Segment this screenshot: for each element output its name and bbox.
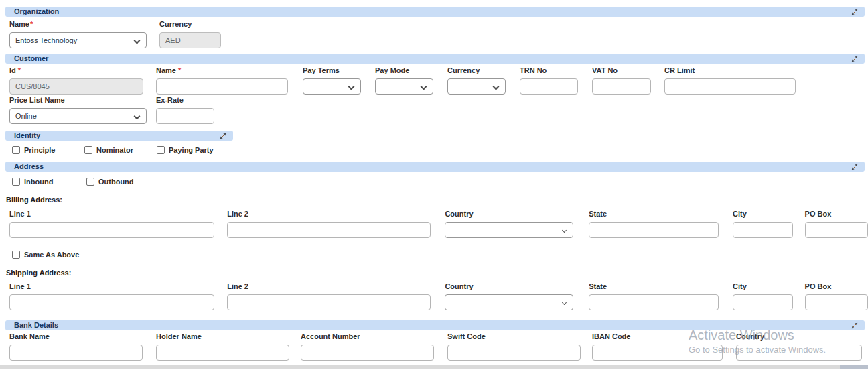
customer-fields-row-1: Id* Name* Pay Terms Pay Mode Currency xyxy=(0,66,868,95)
pay-mode-label: Pay Mode xyxy=(375,66,433,75)
price-list-selected-value: Online xyxy=(15,109,37,123)
shipping-city-input[interactable] xyxy=(733,294,792,310)
shipping-line1-label: Line 1 xyxy=(9,282,214,291)
paying-party-label: Paying Party xyxy=(169,146,214,154)
billing-line1-input[interactable] xyxy=(9,222,214,238)
vat-no-field: VAT No xyxy=(592,66,651,95)
customer-id-input xyxy=(9,78,143,95)
billing-line1-field: Line 1 xyxy=(9,210,214,238)
bank-details-row: Bank Name Holder Name Account Number Swi… xyxy=(0,332,868,361)
trn-no-field: TRN No xyxy=(520,66,578,95)
shipping-state-input[interactable] xyxy=(589,294,719,310)
chevron-down-icon xyxy=(493,84,500,90)
billing-country-select[interactable] xyxy=(445,222,573,238)
price-list-name-select[interactable]: Online xyxy=(9,108,147,124)
same-as-above-checkbox[interactable] xyxy=(12,251,20,259)
customer-name-label: Name* xyxy=(156,66,288,75)
shipping-state-label: State xyxy=(589,282,719,291)
organization-fields-row: Name* Entoss Technology Currency xyxy=(0,20,868,48)
trn-no-input[interactable] xyxy=(520,78,578,95)
shipping-line2-input[interactable] xyxy=(227,294,431,310)
price-list-name-field: Price List Name Online xyxy=(9,96,147,124)
bank-country-input[interactable] xyxy=(736,345,862,361)
shipping-state-field: State xyxy=(589,282,719,310)
shipping-pobox-field: PO Box xyxy=(805,282,868,310)
billing-country-field: Country xyxy=(445,210,573,238)
billing-address-row: Line 1 Line 2 Country State City PO Box xyxy=(0,210,868,238)
address-section-header: Address xyxy=(5,162,865,172)
account-number-input[interactable] xyxy=(301,345,434,361)
shipping-city-field: City xyxy=(733,282,792,310)
collapse-diagonal-icon xyxy=(851,9,858,15)
customer-name-input[interactable] xyxy=(156,78,288,95)
horizontal-scrollbar[interactable] xyxy=(0,365,868,369)
paying-party-checkbox[interactable] xyxy=(157,146,165,154)
scrollbar-corner xyxy=(840,365,868,369)
billing-state-input[interactable] xyxy=(589,222,719,238)
shipping-country-select[interactable] xyxy=(445,294,573,310)
bank-name-label: Bank Name xyxy=(9,332,143,341)
billing-pobox-field: PO Box xyxy=(805,210,868,238)
pay-terms-select[interactable] xyxy=(303,78,361,95)
pay-mode-select[interactable] xyxy=(375,78,433,95)
cr-limit-label: CR Limit xyxy=(664,66,796,75)
organization-name-field: Name* Entoss Technology xyxy=(9,20,147,48)
customer-section-title: Customer xyxy=(14,54,48,64)
required-marker: * xyxy=(18,66,21,74)
nominator-check-item: Nominator xyxy=(84,146,157,154)
bank-details-section-title: Bank Details xyxy=(14,320,58,330)
required-marker: * xyxy=(178,66,181,74)
holder-name-input[interactable] xyxy=(156,345,289,361)
billing-city-input[interactable] xyxy=(733,222,792,238)
account-number-field: Account Number xyxy=(301,332,434,361)
same-as-above-label: Same As Above xyxy=(24,251,79,259)
shipping-pobox-input[interactable] xyxy=(805,294,868,310)
collapse-diagonal-icon xyxy=(851,56,858,62)
organization-collapse-button[interactable] xyxy=(851,9,858,15)
identity-collapse-button[interactable] xyxy=(220,133,226,139)
collapse-diagonal-icon xyxy=(851,164,858,170)
ex-rate-field: Ex-Rate xyxy=(156,96,214,124)
holder-name-label: Holder Name xyxy=(156,332,289,341)
principle-label: Principle xyxy=(24,146,55,154)
outbound-checkbox[interactable] xyxy=(86,178,94,186)
billing-city-label: City xyxy=(733,210,792,219)
nominator-label: Nominator xyxy=(96,146,133,154)
principle-checkbox[interactable] xyxy=(12,146,20,154)
shipping-line1-input[interactable] xyxy=(9,294,214,310)
customer-currency-select[interactable] xyxy=(447,78,506,95)
identity-section-title: Identity xyxy=(14,131,40,141)
bank-details-collapse-button[interactable] xyxy=(851,322,858,329)
organization-name-select[interactable]: Entoss Technology xyxy=(9,32,147,48)
chevron-down-icon xyxy=(348,84,355,90)
organization-name-label: Name* xyxy=(9,20,147,29)
customer-collapse-button[interactable] xyxy=(851,56,858,62)
shipping-address-heading: Shipping Address: xyxy=(0,269,868,278)
bank-name-input[interactable] xyxy=(9,345,143,361)
vat-no-label: VAT No xyxy=(592,66,651,75)
nominator-checkbox[interactable] xyxy=(84,146,92,154)
billing-pobox-input[interactable] xyxy=(805,222,868,238)
ex-rate-input[interactable] xyxy=(156,108,214,124)
customer-id-label: Id* xyxy=(9,66,143,75)
customer-currency-label: Currency xyxy=(447,66,506,75)
swift-code-label: Swift Code xyxy=(447,332,581,341)
customer-section-header: Customer xyxy=(5,54,865,64)
trn-no-label: TRN No xyxy=(520,66,578,75)
iban-code-input[interactable] xyxy=(592,345,723,361)
vat-no-input[interactable] xyxy=(592,78,651,95)
chevron-down-icon xyxy=(562,300,567,305)
holder-name-field: Holder Name xyxy=(156,332,289,361)
organization-currency-input xyxy=(159,32,221,48)
cr-limit-input[interactable] xyxy=(664,78,796,95)
collapse-diagonal-icon xyxy=(220,133,226,139)
swift-code-input[interactable] xyxy=(447,345,581,361)
address-collapse-button[interactable] xyxy=(851,164,858,170)
customer-currency-field: Currency xyxy=(447,66,506,95)
billing-country-label: Country xyxy=(445,210,573,219)
inbound-checkbox[interactable] xyxy=(12,178,20,186)
principle-check-item: Principle xyxy=(12,146,84,154)
customer-form-page: Organization Name* Entoss Technology Cur… xyxy=(0,0,868,370)
bank-details-section-header: Bank Details xyxy=(5,320,865,330)
billing-line2-input[interactable] xyxy=(227,222,431,238)
